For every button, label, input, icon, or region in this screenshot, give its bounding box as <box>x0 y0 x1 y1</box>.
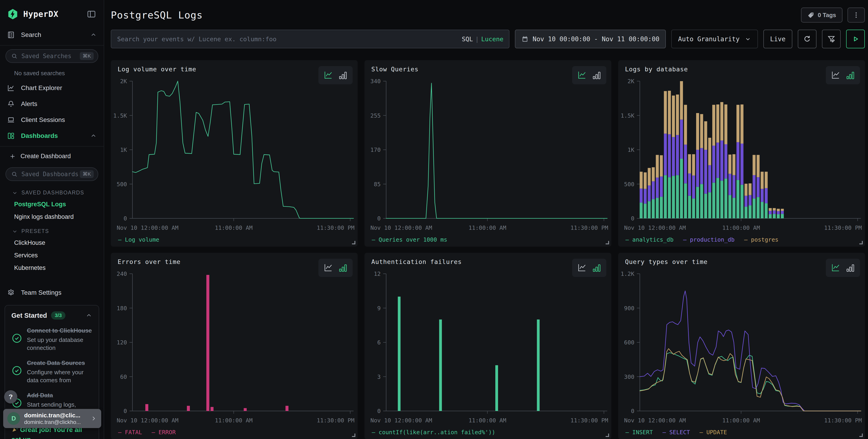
live-button[interactable]: Live <box>764 30 792 48</box>
svg-text:11:00:00 AM: 11:00:00 AM <box>468 417 506 424</box>
bar-view-icon[interactable] <box>591 262 602 273</box>
sidebar-item-dashboards[interactable]: Dashboards <box>0 128 104 144</box>
bar-view-icon[interactable] <box>845 262 856 273</box>
resize-handle[interactable] <box>606 241 609 244</box>
line-view-icon[interactable] <box>577 70 587 81</box>
sql-mode-toggle[interactable]: SQL <box>462 36 473 43</box>
svg-text:3: 3 <box>377 374 381 380</box>
svg-text:340: 340 <box>370 78 381 85</box>
help-button[interactable]: ? <box>4 390 17 403</box>
svg-text:11:00:00 AM: 11:00:00 AM <box>722 224 760 231</box>
divider <box>0 146 104 147</box>
resize-handle[interactable] <box>859 434 863 437</box>
svg-text:2K: 2K <box>120 78 127 85</box>
sidebar-item-client-sessions[interactable]: Client Sessions <box>0 112 104 128</box>
chevron-up-icon[interactable] <box>86 312 92 319</box>
granularity-select[interactable]: Auto Granularity <box>671 30 758 48</box>
shortcut-badge: ⌘K <box>80 170 94 178</box>
line-view-icon[interactable] <box>577 262 587 273</box>
preset-item-services[interactable]: Services <box>0 249 104 262</box>
get-started-step-connect[interactable]: Connect to ClickHouse Set up your databa… <box>11 327 92 352</box>
svg-text:1.2K: 1.2K <box>621 271 634 277</box>
section-label: SAVED DASHBOARDS <box>22 190 84 196</box>
panel-slow-queries: Slow Queries 085170255340Nov 10 12:00:00… <box>365 60 611 247</box>
app-title: HyperDX <box>23 9 86 19</box>
line-view-icon[interactable] <box>830 70 841 81</box>
create-dashboard-button[interactable]: Create Dashboard <box>0 149 104 164</box>
refresh-button[interactable] <box>798 30 816 48</box>
dashboard-menu-button[interactable] <box>847 7 865 23</box>
sidebar-item-team-settings[interactable]: Team Settings <box>0 285 104 301</box>
saved-dashboards-section-header[interactable]: SAVED DASHBOARDS <box>0 185 104 198</box>
presets-section-header[interactable]: PRESETS <box>0 223 104 237</box>
bar-view-icon[interactable] <box>337 262 348 273</box>
dashboard-item-nginx-logs[interactable]: Nginx logs dashboard <box>0 211 104 223</box>
legend-item: — countIf(like(arr..ation failed%')) <box>372 429 495 436</box>
chevron-down-icon <box>12 228 18 234</box>
svg-text:12: 12 <box>374 271 381 277</box>
svg-text:600: 600 <box>624 339 634 346</box>
sidebar-item-alerts[interactable]: Alerts <box>0 96 104 112</box>
shortcut-badge: ⌘K <box>80 52 94 60</box>
svg-text:11:00:00 AM: 11:00:00 AM <box>722 417 760 424</box>
date-range-picker[interactable]: Nov 10 00:00:00 - Nov 11 00:00:00 <box>515 30 666 48</box>
preset-item-kubernetes[interactable]: Kubernetes <box>0 262 104 274</box>
line-view-icon[interactable] <box>830 262 841 273</box>
resize-handle[interactable] <box>859 241 863 244</box>
tags-button[interactable]: 0 Tags <box>801 7 842 23</box>
hyperdx-logo-icon <box>7 8 19 20</box>
saved-dashboards-input[interactable]: ⌘K <box>5 167 98 181</box>
svg-text:60: 60 <box>120 374 127 380</box>
resize-handle[interactable] <box>352 241 355 244</box>
laptop-icon <box>7 116 15 124</box>
saved-searches-field[interactable] <box>21 53 80 60</box>
legend-item: — Log volume <box>118 237 159 243</box>
line-view-icon[interactable] <box>323 262 334 273</box>
svg-text:0: 0 <box>631 215 634 222</box>
legend-item: — ERROR <box>152 429 176 436</box>
chart-plot: 085170255340Nov 10 12:00:00 AM11:00:00 A… <box>365 60 611 247</box>
date-range-value: Nov 10 00:00:00 - Nov 11 00:00:00 <box>533 35 659 43</box>
check-circle-icon <box>11 365 22 376</box>
section-label: PRESETS <box>22 228 49 234</box>
line-chart-icon <box>7 84 15 92</box>
resize-handle[interactable] <box>606 434 609 437</box>
chevron-up-icon[interactable] <box>90 31 97 38</box>
svg-text:0: 0 <box>631 408 634 414</box>
get-started-step-sources[interactable]: Create Data Sources Configure where your… <box>11 359 92 384</box>
chart-plot: 03006009001.2KNov 10 12:00:00 AM11:00:00… <box>618 253 865 439</box>
svg-text:11:30:00 PM: 11:30:00 PM <box>317 224 354 231</box>
bar-view-icon[interactable] <box>337 70 348 81</box>
line-view-icon[interactable] <box>323 70 334 81</box>
lucene-mode-toggle[interactable]: Lucene <box>481 36 503 43</box>
chevron-up-icon[interactable] <box>90 132 97 139</box>
user-menu[interactable]: D dominic.tran@clic... dominic.tran@clic… <box>3 409 101 428</box>
chart-legend: — countIf(like(arr..ation failed%')) <box>372 429 495 436</box>
svg-text:900: 900 <box>624 305 634 312</box>
dashboard-item-postgresql-logs[interactable]: PostgreSQL Logs <box>0 198 104 211</box>
filter-button[interactable] <box>822 30 841 48</box>
saved-dashboards-field[interactable] <box>21 170 80 178</box>
preset-item-clickhouse[interactable]: ClickHouse <box>0 237 104 249</box>
legend-item: — postgres <box>744 237 779 243</box>
bar-view-icon[interactable] <box>591 70 602 81</box>
svg-text:2K: 2K <box>627 78 634 85</box>
svg-text:11:30:00 PM: 11:30:00 PM <box>824 224 862 231</box>
get-started-progress-badge: 3/3 <box>51 311 65 319</box>
panel-log-volume-over-time: Log volume over time 05001K1.5K2KNov 10 … <box>111 60 358 247</box>
bar-view-icon[interactable] <box>845 70 856 81</box>
avatar: D <box>7 412 20 425</box>
resize-handle[interactable] <box>352 434 355 437</box>
user-email: dominic.tran@clickho... <box>24 419 90 425</box>
logo-row: HyperDX <box>0 0 104 27</box>
saved-searches-input[interactable]: ⌘K <box>5 49 98 63</box>
sidebar-item-search[interactable]: Search <box>0 27 104 43</box>
event-search-box[interactable]: SQL|Lucene <box>111 30 509 48</box>
event-search-input[interactable] <box>117 35 462 43</box>
filter-edit-icon <box>827 35 836 43</box>
chart-view-toggle <box>318 66 352 84</box>
run-query-button[interactable] <box>846 30 865 48</box>
sidebar-item-chart-explorer[interactable]: Chart Explorer <box>0 80 104 96</box>
chart-plot: 05001K1.5K2KNov 10 12:00:00 AM11:00:00 A… <box>111 60 358 247</box>
collapse-sidebar-icon[interactable] <box>86 9 96 19</box>
